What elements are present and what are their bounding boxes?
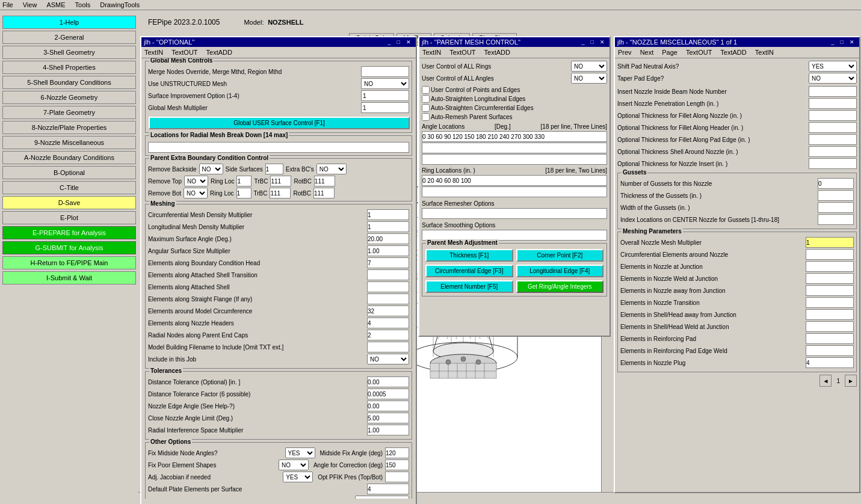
elem-reinf-pad-edge-input[interactable]: [806, 345, 854, 356]
elem-nozzle-input[interactable]: [367, 318, 409, 328]
angle-values-input2[interactable]: [422, 143, 607, 153]
elem-bc-head-input[interactable]: [367, 257, 409, 268]
shift-pad-select[interactable]: YESNO: [809, 61, 857, 72]
circ-mesh-input[interactable]: [367, 209, 409, 220]
menu-drawing-tools[interactable]: DrawingTools: [100, 1, 140, 8]
user-control-angles-select[interactable]: NOYES: [571, 73, 607, 84]
optional-minimize-btn[interactable]: _: [386, 39, 393, 45]
sidebar-btn-nozzle-plate-props[interactable]: 8-Nozzle/Plate Properties: [2, 121, 136, 134]
optional-maximize-btn[interactable]: □: [395, 39, 403, 45]
taper-pad-select[interactable]: NOYES: [809, 73, 857, 84]
remove-backside-select[interactable]: NOYES: [199, 164, 223, 174]
unstructured-select[interactable]: NOYES: [361, 78, 409, 89]
angle-correction-input[interactable]: [385, 459, 409, 470]
circ-edge-btn[interactable]: Circumferential Edge [F3]: [425, 265, 513, 277]
nozzle-misc-textin[interactable]: TextIN: [753, 48, 776, 57]
max-surface-input[interactable]: [367, 233, 409, 244]
parent-close-btn[interactable]: ✕: [597, 39, 607, 45]
include-job-select[interactable]: NOYES: [367, 354, 409, 364]
long-edge-btn[interactable]: Longitudinal Edge [F4]: [516, 265, 604, 277]
fix-poor-select[interactable]: NOYES: [279, 459, 309, 470]
corner-point-btn[interactable]: Corner Point [F2]: [516, 249, 604, 262]
fix-midside-select[interactable]: YESNO: [285, 447, 315, 458]
sidebar-btn-return[interactable]: H-Return to FE/PIPE Main: [2, 256, 136, 269]
midside-fix-angle-input[interactable]: [385, 447, 409, 458]
sidebar-btn-save[interactable]: D-Save: [2, 196, 136, 209]
fillet-pad-edge-input[interactable]: [809, 134, 857, 145]
sidebar-btn-optional[interactable]: B-Optional: [2, 166, 136, 179]
elem-flange-input[interactable]: [367, 293, 409, 304]
fillet-nozzle-input[interactable]: [809, 110, 857, 121]
trbc-top-input[interactable]: [270, 176, 291, 186]
model-filename-input[interactable]: [367, 342, 409, 352]
gusset-thickness-input[interactable]: [818, 190, 854, 201]
radial-mesh-input[interactable]: [148, 142, 409, 153]
auto-straighten-long-cb[interactable]: [422, 95, 430, 103]
get-ring-angle-btn[interactable]: Get Ring/Angle Integers: [516, 280, 604, 293]
auto-straighten-circ-cb[interactable]: [422, 104, 430, 112]
num-gussets-input[interactable]: [818, 178, 854, 189]
sidebar-btn-nozzle-misc[interactable]: 9-Nozzle Miscellaneous: [2, 136, 136, 149]
sidebar-btn-help[interactable]: 1-Help: [2, 16, 136, 29]
sidebar-btn-shell-bc[interactable]: 5-Shell Boundary Conditions: [2, 76, 136, 89]
global-mesh-mult-input[interactable]: [361, 102, 409, 113]
ring-loc-top-input[interactable]: [236, 176, 252, 186]
sidebar-btn-shell-geometry[interactable]: 3-Shell Geometry: [2, 46, 136, 59]
sidebar-btn-plate-geometry[interactable]: 7-Plate Geometry: [2, 106, 136, 119]
nozzle-misc-minimize-btn[interactable]: _: [829, 39, 837, 45]
ring-values-input2[interactable]: [422, 186, 607, 197]
ring-loc-bot-input[interactable]: [236, 188, 252, 198]
parent-tab-textin[interactable]: TextIN: [421, 48, 443, 57]
nozzle-misc-page[interactable]: Page: [660, 48, 679, 57]
nozzle-misc-prev[interactable]: Prev: [616, 48, 634, 57]
trbc-bot-input[interactable]: [270, 188, 291, 198]
elem-shell-away-input[interactable]: [806, 309, 854, 320]
sidebar-btn-submit-wait[interactable]: I-Submit & Wait: [2, 271, 136, 284]
angle-values-input[interactable]: [422, 131, 607, 142]
thickness-btn[interactable]: Thickness [F1]: [425, 249, 513, 262]
elem-nozzle-weld-input[interactable]: [806, 273, 854, 284]
parent-tab-textadd[interactable]: TextADD: [483, 48, 512, 57]
elem-nozzle-away-input[interactable]: [806, 285, 854, 296]
elem-shell-weld-input[interactable]: [806, 321, 854, 332]
auto-remesh-cb[interactable]: [422, 113, 430, 121]
elem-nozzle-trans-input[interactable]: [806, 297, 854, 308]
merge-nodes-input[interactable]: [361, 66, 409, 77]
sidebar-btn-general[interactable]: 2-General: [2, 31, 136, 44]
elem-shell-input[interactable]: [367, 281, 409, 292]
radial-interference-input[interactable]: [367, 425, 409, 435]
sidebar-btn-submit[interactable]: G-SUBMIT for Analysis: [2, 241, 136, 254]
elem-nozzle-plug-input[interactable]: [806, 357, 854, 368]
optional-tab-textadd[interactable]: TextADD: [205, 48, 234, 57]
insert-nozzle-beam-input[interactable]: [809, 86, 857, 97]
menu-file[interactable]: File: [2, 1, 13, 8]
radial-nodes-input[interactable]: [367, 330, 409, 340]
gusset-index-input[interactable]: [818, 214, 854, 225]
nozzle-edge-angle-input[interactable]: [367, 401, 409, 411]
sidebar-btn-title[interactable]: C-Title: [2, 181, 136, 194]
nozzle-misc-textout[interactable]: TextOUT: [684, 48, 714, 57]
remove-top-select[interactable]: NOYES: [184, 176, 208, 186]
page-next-btn[interactable]: ►: [845, 375, 857, 387]
shell-around-nozzle-input[interactable]: [809, 146, 857, 157]
elem-nozzle-junction-input[interactable]: [806, 261, 854, 272]
nozzle-misc-next[interactable]: Next: [638, 48, 656, 57]
dist-tol-input[interactable]: [367, 376, 409, 387]
overall-nozzle-mult-input[interactable]: [806, 237, 854, 248]
page-prev-btn[interactable]: ◄: [819, 375, 832, 387]
element-number-btn[interactable]: Element Number [F5]: [425, 280, 513, 293]
remove-bot-select[interactable]: NOYES: [184, 188, 208, 198]
surface-remesher-input[interactable]: [422, 208, 607, 219]
adj-jacobian-select[interactable]: YESNO: [283, 472, 313, 482]
sidebar-btn-prepare[interactable]: E-PREPARE for Analysis: [2, 226, 136, 239]
nozzle-penetration-input[interactable]: [809, 98, 857, 109]
extra-bcs-select[interactable]: NOYES: [316, 164, 347, 174]
nozzle-misc-titlebar[interactable]: jlh - "NOZZLE MISCELLANEOUS" 1 of 1 _ □ …: [615, 37, 859, 47]
elem-shell-trans-input[interactable]: [367, 269, 409, 280]
menu-tools[interactable]: Tools: [75, 1, 91, 8]
default-plate-input[interactable]: [367, 484, 409, 494]
opt-pfix-input[interactable]: [385, 472, 409, 482]
user-control-points-cb[interactable]: [422, 86, 430, 94]
global-user-surface-btn[interactable]: Global USER Surface Control [F1]: [149, 117, 410, 129]
dist-tol-factor-input[interactable]: [367, 389, 409, 399]
